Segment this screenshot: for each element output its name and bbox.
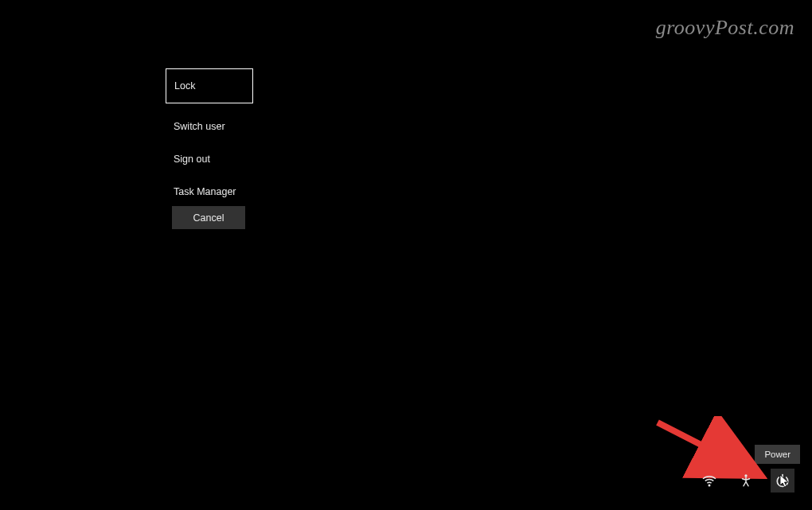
power-icon [775,473,790,488]
system-tray [697,469,794,492]
security-options-menu: Lock Switch user Sign out Task Manager [166,68,253,212]
menu-item-switch-user[interactable]: Switch user [166,115,253,138]
svg-point-3 [744,474,747,477]
wifi-icon [702,473,716,488]
menu-item-sign-out[interactable]: Sign out [166,147,253,171]
menu-item-task-manager[interactable]: Task Manager [166,180,253,204]
watermark-text: groovyPost.com [656,16,794,40]
accessibility-button[interactable] [734,469,758,492]
wifi-button[interactable] [697,469,721,492]
menu-item-lock[interactable]: Lock [166,68,253,103]
accessibility-icon [739,473,753,488]
power-tooltip: Power [755,445,800,464]
power-button[interactable] [771,469,794,492]
svg-line-1 [658,422,751,470]
cancel-button[interactable]: Cancel [172,206,245,229]
svg-point-2 [709,485,710,486]
